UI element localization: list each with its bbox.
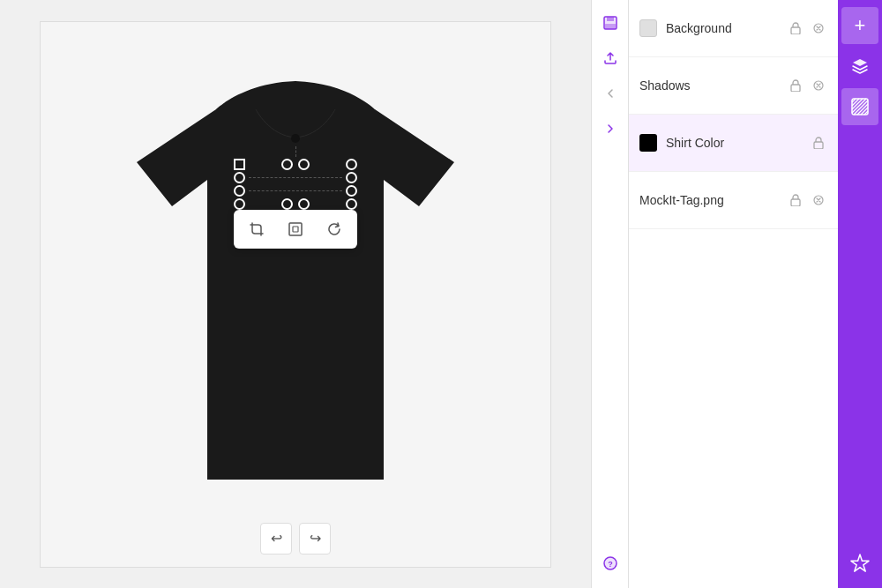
crop-tool-btn[interactable] (244, 217, 269, 242)
svg-text:?: ? (608, 560, 613, 569)
resize-tool-btn[interactable] (283, 217, 308, 242)
layers-button[interactable] (841, 48, 878, 85)
background-lock-btn[interactable] (787, 19, 804, 37)
tshirt-svg (84, 56, 507, 532)
svg-rect-5 (605, 24, 616, 29)
svg-line-23 (861, 108, 868, 115)
shadows-lock-btn[interactable] (787, 77, 804, 94)
svg-rect-0 (289, 223, 302, 235)
background-close-btn[interactable] (810, 19, 827, 37)
add-layer-button[interactable]: + (841, 7, 878, 44)
shirt-color-swatch (639, 134, 657, 152)
svg-rect-14 (791, 199, 800, 206)
canvas-inner[interactable]: ↩ ↪ (40, 21, 551, 568)
side-toolbar: ? (591, 0, 628, 588)
mockit-tag-close-btn[interactable] (810, 191, 827, 209)
redo-button[interactable]: ↪ (299, 523, 331, 555)
shadows-actions (787, 77, 827, 94)
shadows-label: Shadows (639, 78, 778, 93)
svg-rect-1 (293, 227, 298, 232)
mockit-tag-actions (787, 191, 827, 209)
layer-shadows[interactable]: Shadows (629, 57, 838, 115)
save-button[interactable] (594, 7, 626, 39)
svg-rect-11 (791, 85, 800, 92)
mockit-tag-label: MockIt-Tag.png (639, 193, 778, 207)
layer-mockit-tag[interactable]: MockIt-Tag.png (629, 172, 838, 229)
svg-rect-13 (814, 142, 823, 149)
layer-shirt-color[interactable]: Shirt Color (629, 115, 838, 172)
bottom-controls: ↩ ↪ (260, 523, 331, 555)
undo-button[interactable]: ↩ (260, 523, 292, 555)
svg-line-18 (852, 99, 859, 106)
upload-button[interactable] (594, 42, 626, 74)
shirt-color-lock-btn[interactable] (810, 134, 827, 152)
layer-background[interactable]: Background (629, 0, 838, 57)
background-label: Background (666, 21, 778, 35)
tshirt-container (84, 56, 507, 532)
shirt-color-label: Shirt Color (666, 136, 801, 150)
svg-rect-4 (607, 17, 614, 21)
help-button[interactable]: ? (594, 547, 626, 579)
shadows-close-btn[interactable] (810, 77, 827, 94)
back-button[interactable] (594, 78, 626, 109)
shirt-color-actions (810, 134, 827, 152)
background-swatch (639, 19, 657, 37)
layers-panel: Background Shadows (628, 0, 838, 588)
transform-overlay[interactable] (216, 134, 375, 210)
rotate-tool-btn[interactable] (322, 217, 347, 242)
right-panel: + (838, 0, 882, 588)
svg-rect-9 (791, 27, 800, 34)
background-actions (787, 19, 827, 37)
favorites-button[interactable] (841, 544, 878, 581)
texture-button[interactable] (841, 88, 878, 125)
forward-button[interactable] (594, 113, 626, 145)
handles-container (216, 134, 375, 210)
mockit-tag-lock-btn[interactable] (787, 191, 804, 209)
tool-bar (234, 210, 357, 249)
canvas-area: ↩ ↪ (0, 0, 591, 588)
